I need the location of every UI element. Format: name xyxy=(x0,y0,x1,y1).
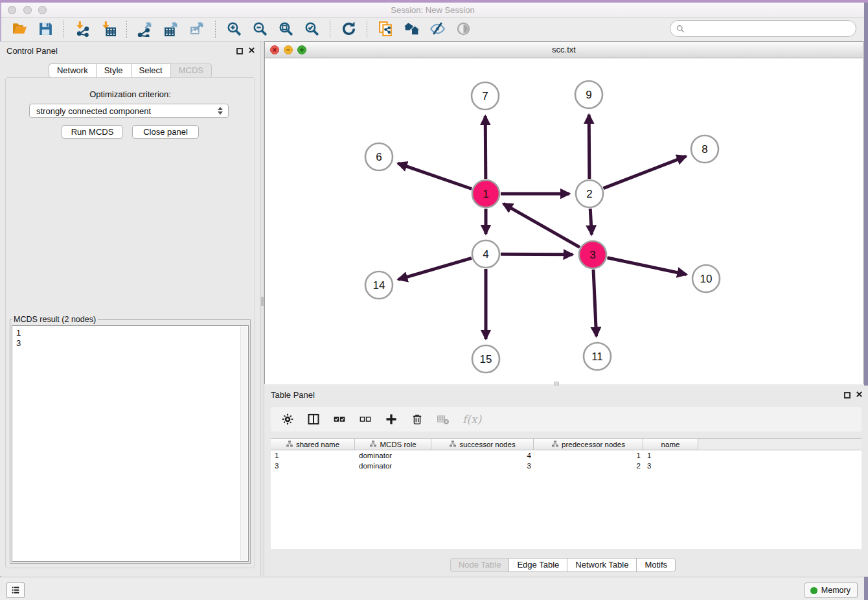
toolbar-separator xyxy=(63,21,64,39)
svg-text:10: 10 xyxy=(700,273,713,285)
select-all-icon[interactable] xyxy=(333,413,346,426)
float-panel-icon[interactable] xyxy=(236,48,243,54)
float-table-panel-icon[interactable] xyxy=(844,392,851,398)
edge-3-11[interactable] xyxy=(593,270,597,336)
edge-3-10[interactable] xyxy=(608,258,687,275)
run-mcds-button[interactable]: Run MCDS xyxy=(62,125,123,139)
zoom-selected-button[interactable] xyxy=(302,20,321,40)
open-folder-button[interactable] xyxy=(10,20,29,40)
node-6[interactable]: 6 xyxy=(365,143,393,170)
column-tree-icon xyxy=(286,440,293,449)
node-3[interactable]: 3 xyxy=(579,241,606,268)
table-column-headers: shared nameMCDS rolesuccessor nodesprede… xyxy=(271,438,698,450)
node-11[interactable]: 11 xyxy=(584,343,611,370)
criterion-dropdown[interactable]: strongly connected component xyxy=(29,104,229,118)
control-panel-tabs: NetworkStyleSelectMCDS xyxy=(0,63,260,78)
memory-button[interactable]: Memory xyxy=(805,583,858,598)
svg-text:14: 14 xyxy=(373,279,385,292)
node-9[interactable]: 9 xyxy=(575,81,602,108)
export-table-button[interactable] xyxy=(161,20,181,40)
table-panel-header: Table Panel xyxy=(264,386,868,404)
settings-gear-icon[interactable] xyxy=(281,413,294,426)
export-image-button[interactable] xyxy=(187,20,207,40)
search-icon xyxy=(676,24,685,34)
toolbar-separator xyxy=(215,21,216,39)
delete-column-icon[interactable] xyxy=(411,413,424,426)
search-box[interactable] xyxy=(670,20,856,37)
node-1[interactable]: 1 xyxy=(472,180,499,207)
network-window-titlebar[interactable]: scc.txt xyxy=(265,42,863,58)
zoom-out-button[interactable] xyxy=(250,20,269,40)
svg-text:8: 8 xyxy=(702,143,707,156)
import-table-button[interactable] xyxy=(98,20,118,40)
hide-panel-button[interactable] xyxy=(428,20,447,40)
edge-1-6[interactable] xyxy=(398,163,472,189)
column-header-name[interactable]: name xyxy=(643,439,698,450)
zoom-in-icon xyxy=(226,21,242,39)
hide-panel-icon xyxy=(429,21,446,39)
tab-mcds[interactable]: MCDS xyxy=(170,63,212,78)
tab-network-table[interactable]: Network Table xyxy=(567,558,637,572)
optimization-criterion-label: Optimization criterion: xyxy=(6,89,255,99)
edge-4-14[interactable] xyxy=(398,258,472,279)
node-14[interactable]: 14 xyxy=(365,271,393,299)
tab-edge-table[interactable]: Edge Table xyxy=(508,558,567,572)
deselect-all-icon[interactable] xyxy=(359,413,372,426)
save-button[interactable] xyxy=(36,20,55,40)
refresh-layout-button[interactable] xyxy=(339,20,358,40)
node-4[interactable]: 4 xyxy=(472,240,499,268)
cell-MCDS-role: dominator xyxy=(355,461,431,471)
tab-select[interactable]: Select xyxy=(131,63,171,78)
node-2[interactable]: 2 xyxy=(576,180,603,207)
column-header-MCDS-role[interactable]: MCDS role xyxy=(355,439,431,450)
edge-4-3[interactable] xyxy=(501,254,573,255)
column-view-icon[interactable] xyxy=(307,413,320,426)
node-7[interactable]: 7 xyxy=(472,82,499,110)
add-column-icon[interactable] xyxy=(385,413,398,426)
home-button[interactable] xyxy=(402,20,421,40)
import-network-button[interactable] xyxy=(73,20,92,40)
export-network-button[interactable] xyxy=(135,20,155,40)
column-header-shared-name[interactable]: shared name xyxy=(271,439,355,450)
edge-2-3[interactable] xyxy=(590,209,591,235)
column-header-successor-nodes[interactable]: successor nodes xyxy=(431,439,534,450)
result-scrollbar[interactable] xyxy=(240,327,247,560)
table-row[interactable]: 1dominator411 xyxy=(271,450,862,461)
task-history-button[interactable] xyxy=(6,583,25,598)
column-tree-icon xyxy=(449,440,457,449)
clone-network-button[interactable] xyxy=(376,20,395,40)
close-table-panel-icon[interactable] xyxy=(856,390,863,400)
zoom-in-button[interactable] xyxy=(224,20,244,40)
zoom-fit-button[interactable] xyxy=(276,20,295,40)
edge-2-8[interactable] xyxy=(603,156,686,188)
mcds-panel: Optimization criterion: strongly connect… xyxy=(5,77,255,568)
node-8[interactable]: 8 xyxy=(691,135,718,163)
node-15[interactable]: 15 xyxy=(472,345,499,373)
node-10[interactable]: 10 xyxy=(692,265,720,292)
dropdown-stepper-icon xyxy=(215,107,225,115)
tab-style[interactable]: Style xyxy=(96,63,131,78)
contrast-eye-button[interactable] xyxy=(453,20,473,40)
edge-1-7[interactable] xyxy=(485,116,486,179)
mcds-result-textarea[interactable]: 13 xyxy=(12,325,249,562)
export-image-icon xyxy=(189,21,205,39)
network-canvas[interactable]: 1234678910111415 xyxy=(265,59,863,384)
edge-2-9[interactable] xyxy=(589,115,589,179)
zoom-out-icon xyxy=(252,21,268,39)
svg-text:6: 6 xyxy=(376,151,382,163)
splitter-grip[interactable] xyxy=(261,297,264,306)
close-panel-icon[interactable] xyxy=(248,46,255,56)
edge-3-1[interactable] xyxy=(503,203,580,247)
table-row[interactable]: 3dominator323 xyxy=(271,461,862,471)
svg-text:4: 4 xyxy=(483,248,488,260)
cell-predecessor-nodes: 1 xyxy=(534,450,643,461)
tab-network[interactable]: Network xyxy=(49,63,97,78)
tab-motifs[interactable]: Motifs xyxy=(636,558,676,572)
window-title: Session: New Session xyxy=(1,5,864,15)
search-input[interactable] xyxy=(685,22,856,35)
tab-node-table[interactable]: Node Table xyxy=(450,558,510,572)
cell-name: 3 xyxy=(643,461,698,471)
column-header-predecessor-nodes[interactable]: predecessor nodes xyxy=(534,439,643,450)
control-panel-title: Control Panel xyxy=(6,46,58,56)
close-panel-button[interactable]: Close panel xyxy=(132,125,199,139)
